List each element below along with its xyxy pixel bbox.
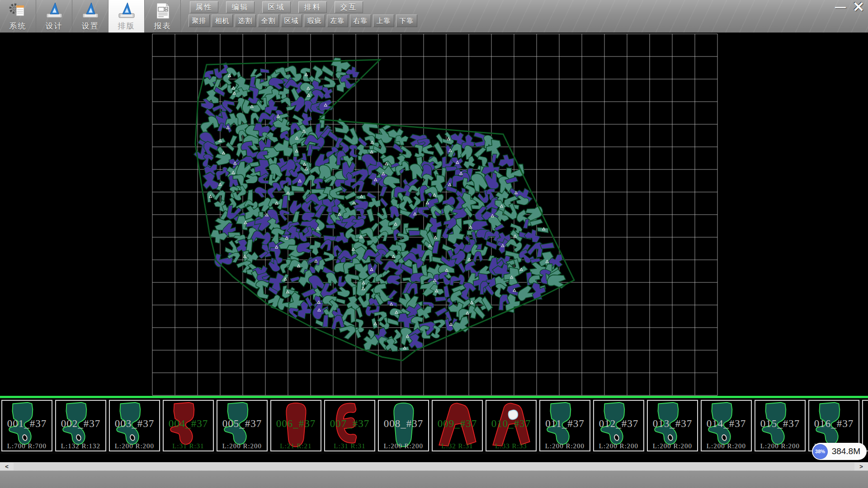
piece-thumbnail[interactable]: 014_#37L:200 R:200 (701, 400, 752, 451)
menu-tab-properties[interactable]: 属性 (190, 1, 218, 13)
status-bar (0, 470, 868, 488)
tool-button-region[interactable]: 区域 (281, 14, 302, 27)
menu-tab-interact[interactable]: 交互 (335, 1, 363, 13)
piece-thumbnail[interactable]: 010_#37L:33 R:33 (486, 400, 537, 451)
menu-tab-region[interactable]: 区域 (262, 1, 291, 13)
piece-shape (57, 401, 105, 450)
menu-tab-edit[interactable]: 编辑 (226, 1, 255, 13)
piece-thumbnail[interactable]: 009_#37L:32 R:31 (432, 400, 483, 451)
piece-shape (326, 401, 374, 450)
app-button-label: 报表 (154, 21, 171, 31)
nesting-canvas[interactable] (0, 33, 868, 396)
piece-thumbnail[interactable]: 011_#37L:200 R:200 (539, 400, 590, 451)
app-button-nesting[interactable]: 排版 (108, 0, 145, 33)
piece-shape (648, 401, 697, 450)
piece-shape (863, 401, 868, 450)
piece-shape (272, 401, 320, 450)
tool-button-snap-left[interactable]: 左靠 (327, 14, 348, 27)
piece-shape (164, 401, 212, 450)
piece-thumbnail-strip: 001_#37L:700 R:700002_#37L:132 R:132003_… (0, 398, 868, 454)
piece-thumbnail[interactable]: 0L:2 (862, 400, 868, 451)
piece-thumbnail[interactable]: 001_#37L:700 R:700 (1, 400, 52, 451)
report-document-icon (152, 1, 173, 20)
piece-shape (756, 401, 804, 450)
horizontal-scrollbar[interactable]: < > (0, 462, 868, 470)
set-square-icon (44, 1, 65, 20)
tool-button-snap-up[interactable]: 上靠 (373, 14, 394, 27)
nesting-drawing[interactable] (0, 33, 868, 396)
piece-shape (702, 401, 750, 450)
app-button-label: 排版 (118, 21, 135, 31)
memory-usage-text: 384.8M (832, 446, 860, 456)
app-button-label: 设计 (46, 21, 63, 31)
minimize-button[interactable]: — (833, 3, 848, 14)
piece-thumbnail[interactable]: 003_#37L:200 R:200 (109, 400, 160, 451)
piece-shape (379, 401, 428, 450)
tool-button-cluster-nest[interactable]: 聚排 (189, 14, 210, 27)
piece-shape (3, 401, 51, 450)
tool-button-snap-down[interactable]: 下靠 (396, 14, 417, 27)
piece-thumbnail[interactable]: 012_#37L:200 R:200 (593, 400, 644, 451)
progress-percent-circle: 38% (813, 444, 828, 459)
piece-shape (433, 401, 481, 450)
menu-tab-nest[interactable]: 排料 (298, 1, 327, 13)
set-square-icon (116, 1, 137, 20)
app-button-system[interactable]: 系统 (0, 0, 36, 33)
piece-thumbnail[interactable]: 008_#37L:200 R:200 (378, 400, 429, 451)
tool-button-camera[interactable]: 相机 (212, 14, 233, 27)
piece-thumbnail[interactable]: 004_#37L:31 R:31 (163, 400, 214, 451)
tool-button-cut-all[interactable]: 全割 (258, 14, 279, 27)
app-button-settings[interactable]: 设置 (72, 0, 108, 33)
scroll-right-button[interactable]: > (854, 463, 868, 470)
app-button-label: 系统 (9, 21, 27, 31)
tool-button-snap-right[interactable]: 右靠 (350, 14, 371, 27)
close-button[interactable]: ✕ (850, 0, 867, 14)
set-square-icon (80, 1, 101, 20)
app-button-report[interactable]: 报表 (145, 0, 181, 33)
piece-thumbnail[interactable]: 013_#37L:200 R:200 (647, 400, 698, 451)
piece-shape (218, 401, 266, 450)
piece-thumbnail[interactable]: 006_#37L:21 R:21 (270, 400, 321, 451)
tool-button-select-cut[interactable]: 选割 (235, 14, 256, 27)
gear-notepad-icon (8, 1, 28, 20)
piece-shape (541, 401, 589, 450)
tool-button-defect[interactable]: 瑕疵 (304, 14, 325, 27)
piece-shape (594, 401, 643, 450)
progress-badge: 38% 384.8M (812, 443, 867, 460)
piece-shape (110, 401, 159, 450)
piece-shape (487, 401, 535, 450)
piece-thumbnail[interactable]: 007_#37L:31 R:31 (324, 400, 375, 451)
title-toolbar: 系统设计设置排版报表 属性编辑区域排料交互 聚排相机选割全割区域瑕疵左靠右靠上靠… (0, 0, 868, 33)
piece-thumbnail[interactable]: 015_#37L:200 R:200 (755, 400, 806, 451)
app-button-label: 设置 (82, 21, 99, 31)
piece-thumbnail[interactable]: 002_#37L:132 R:132 (55, 400, 106, 451)
app-button-design[interactable]: 设计 (36, 0, 72, 33)
piece-thumbnail[interactable]: 005_#37L:200 R:200 (217, 400, 268, 451)
scroll-left-button[interactable]: < (0, 463, 14, 470)
